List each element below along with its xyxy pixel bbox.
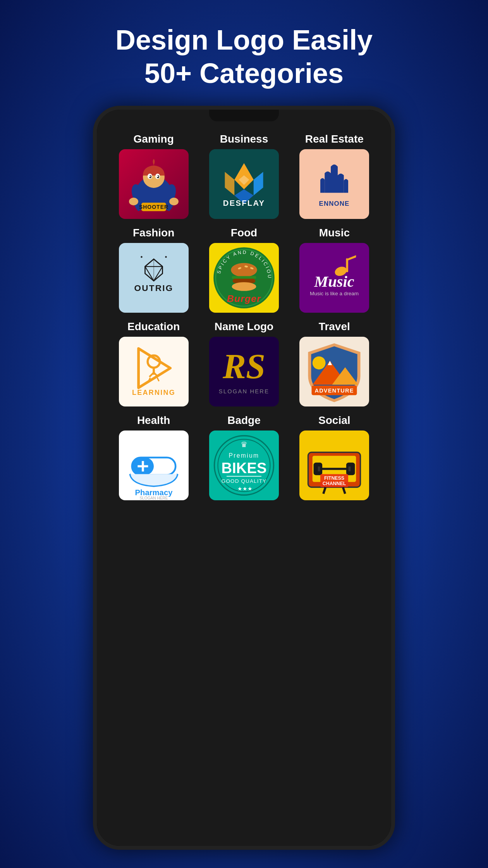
svg-text:Premium: Premium xyxy=(229,452,259,459)
real-estate-logo-svg: ENNONE xyxy=(299,149,369,219)
health-category[interactable]: Health Pharmacy SLOGAN HER xyxy=(108,410,199,504)
svg-text:LEARNING: LEARNING xyxy=(132,388,175,396)
svg-line-89 xyxy=(343,487,345,494)
food-logo-svg: SPICY AND DELICIOUS xyxy=(209,243,279,313)
social-logo-svg: FITNESS CHANNEL xyxy=(299,431,369,500)
fashion-label: Fashion xyxy=(133,227,174,239)
real-estate-logo-card[interactable]: ENNONE xyxy=(299,149,369,219)
social-category[interactable]: Social xyxy=(289,410,380,504)
namelogo-logo-svg: RS SLOGAN HERE xyxy=(209,337,279,406)
title-line1: Design Logo Easily xyxy=(115,24,373,55)
health-logo-svg: Pharmacy SLOGAN HERE xyxy=(119,431,189,500)
business-label: Business xyxy=(220,133,268,145)
svg-point-6 xyxy=(149,176,151,177)
svg-text:★★★: ★★★ xyxy=(237,486,253,492)
gaming-label: Gaming xyxy=(134,133,174,145)
education-label: Education xyxy=(127,320,180,333)
page-title: Design Logo Easily 50+ Categories xyxy=(115,23,373,90)
volume-button xyxy=(392,272,395,319)
badge-label: Badge xyxy=(227,414,261,427)
svg-marker-17 xyxy=(225,172,234,195)
svg-text:OUTRIG: OUTRIG xyxy=(134,283,173,293)
svg-text:GOOD QUALITY: GOOD QUALITY xyxy=(222,478,266,484)
svg-rect-82 xyxy=(317,465,321,472)
fashion-logo-svg: OUTRIG xyxy=(119,243,189,313)
food-category[interactable]: Food SPICY AND DELICIOUS xyxy=(199,223,289,317)
svg-text:ENNONE: ENNONE xyxy=(319,200,350,207)
svg-text:CHANNEL: CHANNEL xyxy=(323,480,346,486)
category-row-3: Education xyxy=(108,317,380,410)
svg-text:Pharmacy: Pharmacy xyxy=(135,488,173,496)
svg-line-24 xyxy=(154,259,163,266)
education-category[interactable]: Education xyxy=(108,317,199,410)
svg-text:RS: RS xyxy=(222,347,265,386)
svg-text:FITNESS: FITNESS xyxy=(324,475,344,481)
phone-screen: Gaming xyxy=(97,110,391,846)
svg-text:♛: ♛ xyxy=(241,440,247,449)
badge-logo-card[interactable]: ♛ Premium BIKES GOOD QUALITY ★★★ xyxy=(209,431,279,500)
svg-line-54 xyxy=(157,378,159,381)
svg-line-25 xyxy=(145,267,154,281)
travel-label: Travel xyxy=(319,320,350,333)
travel-category[interactable]: Travel ADVEN xyxy=(289,317,380,410)
namelogo-logo-card[interactable]: RS SLOGAN HERE xyxy=(209,337,279,406)
svg-point-42 xyxy=(232,282,256,291)
badge-category[interactable]: Badge ♛ Premium BIKES xyxy=(199,410,289,504)
svg-point-11 xyxy=(169,198,179,205)
badge-logo-svg: ♛ Premium BIKES GOOD QUALITY ★★★ xyxy=(209,431,279,500)
real-estate-label: Real Estate xyxy=(305,133,364,145)
category-row-4: Health Pharmacy SLOGAN HER xyxy=(108,410,380,504)
svg-text:Music: Music xyxy=(314,272,355,290)
music-logo-svg: Music Music is like a dream xyxy=(299,243,369,313)
svg-line-26 xyxy=(154,267,163,281)
business-logo-card[interactable]: DESFLAY xyxy=(209,149,279,219)
fashion-category[interactable]: Fashion xyxy=(108,223,199,317)
svg-point-10 xyxy=(129,198,138,205)
svg-text:DESFLAY: DESFLAY xyxy=(223,199,265,207)
svg-rect-40 xyxy=(232,276,256,279)
business-logo-svg: DESFLAY xyxy=(209,149,279,219)
svg-point-60 xyxy=(313,356,326,369)
power-button xyxy=(392,226,395,257)
travel-logo-svg: ADVENTURE xyxy=(299,337,369,406)
svg-point-36 xyxy=(231,263,257,277)
phone-notch xyxy=(209,110,279,121)
svg-text:BIKES: BIKES xyxy=(222,460,267,476)
category-row-2: Fashion xyxy=(108,223,380,317)
travel-logo-card[interactable]: ADVENTURE xyxy=(299,337,369,406)
svg-text:SHOOTER: SHOOTER xyxy=(139,204,168,210)
svg-text:Music is like a dream: Music is like a dream xyxy=(310,291,359,296)
namelogo-category[interactable]: Name Logo RS SLOGAN HERE xyxy=(199,317,289,410)
real-estate-category[interactable]: Real Estate xyxy=(289,129,380,223)
music-logo-card[interactable]: Music Music is like a dream xyxy=(299,243,369,313)
education-logo-svg: LEARNING xyxy=(119,337,189,406)
svg-rect-84 xyxy=(347,465,352,472)
music-category[interactable]: Music Music Music is like a dream xyxy=(289,223,380,317)
category-row-1: Gaming xyxy=(108,129,380,223)
music-label: Music xyxy=(319,227,350,239)
food-logo-card[interactable]: SPICY AND DELICIOUS xyxy=(209,243,279,313)
health-label: Health xyxy=(137,414,170,427)
health-logo-card[interactable]: Pharmacy SLOGAN HERE xyxy=(119,431,189,500)
business-category[interactable]: Business xyxy=(199,129,289,223)
svg-marker-15 xyxy=(254,172,263,195)
namelogo-label: Name Logo xyxy=(215,320,273,333)
social-logo-card[interactable]: FITNESS CHANNEL xyxy=(299,431,369,500)
fashion-logo-card[interactable]: OUTRIG xyxy=(119,243,189,313)
education-logo-card[interactable]: LEARNING xyxy=(119,337,189,406)
svg-text:SLOGAN HERE: SLOGAN HERE xyxy=(219,388,269,394)
svg-text:SLOGAN HERE: SLOGAN HERE xyxy=(139,496,168,500)
svg-point-7 xyxy=(157,176,158,177)
gaming-logo-svg: SHOOTER xyxy=(123,153,185,215)
phone-frame: Gaming xyxy=(93,106,395,850)
title-line2: 50+ Categories xyxy=(144,58,344,89)
gaming-logo-card[interactable]: SHOOTER xyxy=(119,149,189,219)
svg-line-88 xyxy=(323,487,326,494)
svg-line-23 xyxy=(145,259,154,266)
svg-text:Burger: Burger xyxy=(227,293,261,304)
svg-text:ADVENTURE: ADVENTURE xyxy=(315,388,354,394)
food-label: Food xyxy=(231,227,257,239)
gaming-category[interactable]: Gaming xyxy=(108,129,199,223)
social-label: Social xyxy=(318,414,350,427)
svg-rect-45 xyxy=(346,258,349,272)
